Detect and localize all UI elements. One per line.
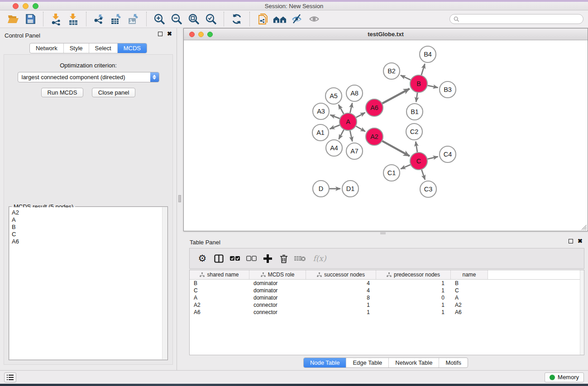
graph-node-C[interactable]: C <box>410 152 427 170</box>
close-window-button[interactable] <box>13 3 19 9</box>
graph-node-A3[interactable]: A3 <box>313 103 329 119</box>
graph-edge[interactable] <box>339 130 344 139</box>
import-table-button[interactable] <box>67 13 80 25</box>
table-cell[interactable]: A <box>451 294 488 301</box>
table-cell[interactable]: C <box>451 287 488 294</box>
network-window-titlebar[interactable]: testGlobe.txt <box>184 29 588 40</box>
graph-edge[interactable] <box>416 142 417 152</box>
show-all-button[interactable] <box>307 13 321 25</box>
graph-node-C2[interactable]: C2 <box>406 124 422 140</box>
graph-edge[interactable] <box>339 105 344 114</box>
close-table-panel-icon[interactable]: ✖ <box>578 239 583 243</box>
table-cell[interactable]: connector <box>249 309 306 316</box>
table-cell[interactable]: 0 <box>376 294 451 301</box>
graph-edge[interactable] <box>382 141 410 156</box>
graph-node-D1[interactable]: D1 <box>342 181 359 197</box>
table-cell[interactable]: 4 <box>306 280 376 287</box>
graph-node-A5[interactable]: A5 <box>325 88 342 104</box>
delete-table-button[interactable] <box>293 252 307 265</box>
export-table-button[interactable] <box>110 13 123 25</box>
mcds-result-list[interactable]: A2ABCA6 <box>10 207 167 359</box>
table-cell[interactable]: 8 <box>306 294 376 301</box>
tab-motifs[interactable]: Motifs <box>439 358 468 367</box>
minimize-window-button[interactable] <box>23 3 29 9</box>
graph-edge[interactable] <box>401 165 410 169</box>
table-cell[interactable]: 1 <box>376 280 451 287</box>
graph-edge[interactable] <box>382 89 410 104</box>
graph-edge[interactable] <box>356 113 365 118</box>
tab-mcds[interactable]: MCDS <box>117 43 147 53</box>
optimization-dropdown[interactable]: largest connected component (directed) <box>18 72 159 82</box>
column-header-successor-nodes[interactable]: successor nodes <box>306 270 376 279</box>
minimize-network-button[interactable] <box>198 32 204 37</box>
graph-edge[interactable] <box>330 125 339 129</box>
table-cell[interactable]: 1 <box>306 301 376 309</box>
list-item[interactable]: A6 <box>12 238 167 245</box>
graph-edge[interactable] <box>356 126 365 132</box>
graph-edge[interactable] <box>350 103 352 113</box>
add-column-button[interactable] <box>261 252 274 265</box>
graph-edge[interactable] <box>330 115 340 119</box>
close-panel-icon[interactable]: ✖ <box>167 32 172 36</box>
graph-edge[interactable] <box>350 131 352 142</box>
graph-edge[interactable] <box>416 93 417 102</box>
resize-grip-icon[interactable] <box>580 224 587 230</box>
table-cell[interactable]: B <box>190 280 249 287</box>
graph-node-D[interactable]: D <box>313 181 329 197</box>
graph-node-B3[interactable]: B3 <box>440 81 456 98</box>
column-header-MCDS-role[interactable]: MCDS role <box>249 270 306 279</box>
export-image-button[interactable] <box>127 13 140 25</box>
column-header-predecessor-nodes[interactable]: predecessor nodes <box>376 270 451 279</box>
import-network-button[interactable] <box>49 13 63 25</box>
tab-style[interactable]: Style <box>63 43 89 53</box>
list-item[interactable]: A2 <box>12 209 167 216</box>
table-cell[interactable]: A2 <box>451 301 488 309</box>
graph-node-A2[interactable]: A2 <box>366 128 383 145</box>
table-cell[interactable]: 1 <box>376 309 451 316</box>
memory-button[interactable]: Memory <box>545 372 584 382</box>
zoom-network-button[interactable] <box>207 32 213 37</box>
table-row[interactable]: Bdominator41B <box>190 280 584 287</box>
export-network-button[interactable] <box>92 13 106 25</box>
graph-node-B4[interactable]: B4 <box>420 46 436 62</box>
split-pane-handle[interactable] <box>178 195 181 202</box>
save-session-button[interactable] <box>24 13 37 25</box>
graph-node-A[interactable]: A <box>339 113 357 130</box>
table-cell[interactable]: B <box>451 280 488 287</box>
zoom-window-button[interactable] <box>33 3 38 9</box>
table-cell[interactable]: A6 <box>190 309 249 316</box>
function-builder-button[interactable]: f(x) <box>310 252 330 265</box>
table-cell[interactable]: connector <box>249 301 306 309</box>
graph-node-A8[interactable]: A8 <box>346 85 363 101</box>
graph-node-A7[interactable]: A7 <box>346 143 363 159</box>
split-column-button[interactable] <box>212 252 225 265</box>
graph-edge[interactable] <box>428 86 438 88</box>
graph-node-A1[interactable]: A1 <box>312 124 329 141</box>
search-input[interactable] <box>459 15 579 23</box>
node-table[interactable]: shared nameMCDS rolesuccessor nodesprede… <box>189 270 584 355</box>
table-cell[interactable]: A6 <box>451 309 488 316</box>
graph-node-C4[interactable]: C4 <box>440 146 456 162</box>
graph-node-B1[interactable]: B1 <box>406 104 423 120</box>
list-item[interactable]: C <box>12 231 167 238</box>
table-cell[interactable]: A <box>190 294 249 301</box>
tab-select[interactable]: Select <box>89 43 117 53</box>
graph-edge[interactable] <box>401 75 411 80</box>
graph-edge[interactable] <box>427 157 438 159</box>
list-scrollbar[interactable] <box>162 207 167 359</box>
table-cell[interactable]: C <box>190 287 249 294</box>
zoom-selected-button[interactable] <box>204 13 218 25</box>
table-row[interactable]: A2connector11A2 <box>190 301 584 309</box>
table-settings-button[interactable]: ⚙ <box>196 252 209 265</box>
run-mcds-button[interactable]: Run MCDS <box>41 88 84 97</box>
table-cell[interactable]: dominator <box>249 287 306 294</box>
delete-column-button[interactable] <box>277 252 291 265</box>
table-cell[interactable]: dominator <box>249 294 306 301</box>
select-all-columns-button[interactable] <box>228 252 242 265</box>
graph-node-C3[interactable]: C3 <box>420 181 436 197</box>
table-cell[interactable]: 4 <box>306 287 376 294</box>
float-table-panel-icon[interactable] <box>569 239 573 243</box>
split-pane-handle[interactable] <box>380 232 386 234</box>
graph-node-A4[interactable]: A4 <box>326 140 342 156</box>
graph-edge[interactable] <box>421 170 425 180</box>
